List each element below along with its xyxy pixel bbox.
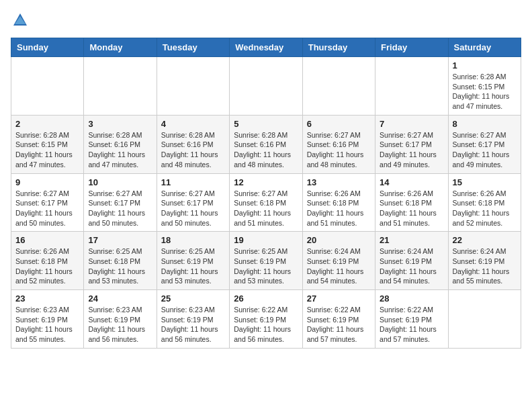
- weekday-header-wednesday: Wednesday: [230, 38, 302, 57]
- day-info: Sunrise: 6:28 AM Sunset: 6:16 PM Dayligh…: [234, 130, 298, 170]
- day-cell: [230, 57, 302, 116]
- day-number: 7: [380, 119, 443, 129]
- day-number: 18: [161, 235, 225, 245]
- day-cell: 27Sunrise: 6:22 AM Sunset: 6:19 PM Dayli…: [302, 290, 375, 349]
- day-info: Sunrise: 6:27 AM Sunset: 6:17 PM Dayligh…: [88, 189, 152, 228]
- day-info: Sunrise: 6:22 AM Sunset: 6:19 PM Dayligh…: [380, 305, 443, 345]
- week-row-3: 9Sunrise: 6:27 AM Sunset: 6:17 PM Daylig…: [11, 173, 521, 232]
- day-number: 4: [161, 119, 225, 129]
- day-info: Sunrise: 6:27 AM Sunset: 6:17 PM Dayligh…: [453, 130, 517, 170]
- calendar-header: SundayMondayTuesdayWednesdayThursdayFrid…: [11, 38, 521, 57]
- day-cell: [302, 57, 375, 116]
- day-number: 8: [453, 119, 517, 129]
- svg-marker-1: [15, 16, 26, 24]
- day-info: Sunrise: 6:28 AM Sunset: 6:15 PM Dayligh…: [453, 72, 517, 111]
- day-info: Sunrise: 6:28 AM Sunset: 6:16 PM Dayligh…: [161, 130, 225, 170]
- day-number: 20: [307, 235, 371, 245]
- day-number: 2: [15, 119, 79, 129]
- day-number: 28: [380, 293, 443, 304]
- day-cell: 4Sunrise: 6:28 AM Sunset: 6:16 PM Daylig…: [157, 115, 229, 173]
- day-info: Sunrise: 6:24 AM Sunset: 6:19 PM Dayligh…: [380, 246, 443, 286]
- day-cell: 3Sunrise: 6:28 AM Sunset: 6:16 PM Daylig…: [84, 115, 157, 173]
- day-info: Sunrise: 6:27 AM Sunset: 6:17 PM Dayligh…: [380, 130, 443, 170]
- day-cell: 19Sunrise: 6:25 AM Sunset: 6:19 PM Dayli…: [230, 232, 302, 290]
- day-cell: 24Sunrise: 6:23 AM Sunset: 6:19 PM Dayli…: [84, 290, 157, 349]
- day-number: 9: [15, 177, 79, 187]
- day-number: 27: [307, 293, 371, 304]
- day-number: 1: [453, 60, 517, 71]
- day-cell: 10Sunrise: 6:27 AM Sunset: 6:17 PM Dayli…: [84, 173, 157, 232]
- day-info: Sunrise: 6:26 AM Sunset: 6:18 PM Dayligh…: [307, 189, 371, 228]
- day-number: 19: [234, 235, 298, 245]
- day-cell: 17Sunrise: 6:25 AM Sunset: 6:18 PM Dayli…: [84, 232, 157, 290]
- day-cell: 1Sunrise: 6:28 AM Sunset: 6:15 PM Daylig…: [448, 57, 521, 116]
- calendar-table: SundayMondayTuesdayWednesdayThursdayFrid…: [11, 38, 521, 349]
- day-cell: 20Sunrise: 6:24 AM Sunset: 6:19 PM Dayli…: [302, 232, 375, 290]
- day-info: Sunrise: 6:28 AM Sunset: 6:16 PM Dayligh…: [88, 130, 152, 170]
- weekday-header-sunday: Sunday: [11, 38, 84, 57]
- weekday-header-monday: Monday: [84, 38, 157, 57]
- day-info: Sunrise: 6:23 AM Sunset: 6:19 PM Dayligh…: [15, 305, 79, 345]
- day-cell: [375, 57, 448, 116]
- day-cell: [157, 57, 229, 116]
- day-info: Sunrise: 6:22 AM Sunset: 6:19 PM Dayligh…: [234, 305, 298, 345]
- day-info: Sunrise: 6:26 AM Sunset: 6:18 PM Dayligh…: [453, 189, 517, 228]
- day-number: 12: [234, 177, 298, 187]
- day-info: Sunrise: 6:22 AM Sunset: 6:19 PM Dayligh…: [307, 305, 371, 345]
- day-info: Sunrise: 6:27 AM Sunset: 6:18 PM Dayligh…: [234, 189, 298, 228]
- week-row-5: 23Sunrise: 6:23 AM Sunset: 6:19 PM Dayli…: [11, 290, 521, 349]
- day-cell: 14Sunrise: 6:26 AM Sunset: 6:18 PM Dayli…: [375, 173, 448, 232]
- day-info: Sunrise: 6:24 AM Sunset: 6:19 PM Dayligh…: [307, 246, 371, 286]
- day-cell: 8Sunrise: 6:27 AM Sunset: 6:17 PM Daylig…: [448, 115, 521, 173]
- day-info: Sunrise: 6:23 AM Sunset: 6:19 PM Dayligh…: [88, 305, 152, 345]
- day-number: 13: [307, 177, 371, 187]
- day-cell: [448, 290, 521, 349]
- day-number: 23: [15, 293, 79, 304]
- day-info: Sunrise: 6:27 AM Sunset: 6:17 PM Dayligh…: [15, 189, 79, 228]
- day-info: Sunrise: 6:26 AM Sunset: 6:18 PM Dayligh…: [380, 189, 443, 228]
- day-cell: 12Sunrise: 6:27 AM Sunset: 6:18 PM Dayli…: [230, 173, 302, 232]
- day-number: 6: [307, 119, 371, 129]
- day-cell: 6Sunrise: 6:27 AM Sunset: 6:16 PM Daylig…: [302, 115, 375, 173]
- day-number: 14: [380, 177, 443, 187]
- day-number: 5: [234, 119, 298, 129]
- day-number: 15: [453, 177, 517, 187]
- week-row-2: 2Sunrise: 6:28 AM Sunset: 6:15 PM Daylig…: [11, 115, 521, 173]
- day-cell: 11Sunrise: 6:27 AM Sunset: 6:17 PM Dayli…: [157, 173, 229, 232]
- day-cell: 9Sunrise: 6:27 AM Sunset: 6:17 PM Daylig…: [11, 173, 84, 232]
- day-cell: 16Sunrise: 6:26 AM Sunset: 6:18 PM Dayli…: [11, 232, 84, 290]
- logo: [11, 11, 32, 30]
- day-info: Sunrise: 6:27 AM Sunset: 6:17 PM Dayligh…: [161, 189, 225, 228]
- day-info: Sunrise: 6:27 AM Sunset: 6:16 PM Dayligh…: [307, 130, 371, 170]
- day-number: 24: [88, 293, 152, 304]
- weekday-header-row: SundayMondayTuesdayWednesdayThursdayFrid…: [11, 38, 521, 57]
- day-cell: 15Sunrise: 6:26 AM Sunset: 6:18 PM Dayli…: [448, 173, 521, 232]
- day-number: 16: [15, 235, 79, 245]
- day-number: 17: [88, 235, 152, 245]
- day-number: 11: [161, 177, 225, 187]
- day-cell: 28Sunrise: 6:22 AM Sunset: 6:19 PM Dayli…: [375, 290, 448, 349]
- day-info: Sunrise: 6:25 AM Sunset: 6:19 PM Dayligh…: [161, 246, 225, 286]
- day-info: Sunrise: 6:28 AM Sunset: 6:15 PM Dayligh…: [15, 130, 79, 170]
- day-cell: 23Sunrise: 6:23 AM Sunset: 6:19 PM Dayli…: [11, 290, 84, 349]
- day-cell: 7Sunrise: 6:27 AM Sunset: 6:17 PM Daylig…: [375, 115, 448, 173]
- day-number: 26: [234, 293, 298, 304]
- day-info: Sunrise: 6:23 AM Sunset: 6:19 PM Dayligh…: [161, 305, 225, 345]
- day-cell: [84, 57, 157, 116]
- day-info: Sunrise: 6:25 AM Sunset: 6:19 PM Dayligh…: [234, 246, 298, 286]
- day-number: 21: [380, 235, 443, 245]
- day-number: 22: [453, 235, 517, 245]
- day-info: Sunrise: 6:25 AM Sunset: 6:18 PM Dayligh…: [88, 246, 152, 286]
- week-row-4: 16Sunrise: 6:26 AM Sunset: 6:18 PM Dayli…: [11, 232, 521, 290]
- day-info: Sunrise: 6:26 AM Sunset: 6:18 PM Dayligh…: [15, 246, 79, 286]
- day-cell: [11, 57, 84, 116]
- day-number: 25: [161, 293, 225, 304]
- weekday-header-thursday: Thursday: [302, 38, 375, 57]
- day-cell: 22Sunrise: 6:24 AM Sunset: 6:19 PM Dayli…: [448, 232, 521, 290]
- day-info: Sunrise: 6:24 AM Sunset: 6:19 PM Dayligh…: [453, 246, 517, 286]
- logo-icon: [11, 11, 30, 30]
- day-cell: 25Sunrise: 6:23 AM Sunset: 6:19 PM Dayli…: [157, 290, 229, 349]
- page-header: [11, 11, 521, 30]
- day-cell: 13Sunrise: 6:26 AM Sunset: 6:18 PM Dayli…: [302, 173, 375, 232]
- weekday-header-saturday: Saturday: [448, 38, 521, 57]
